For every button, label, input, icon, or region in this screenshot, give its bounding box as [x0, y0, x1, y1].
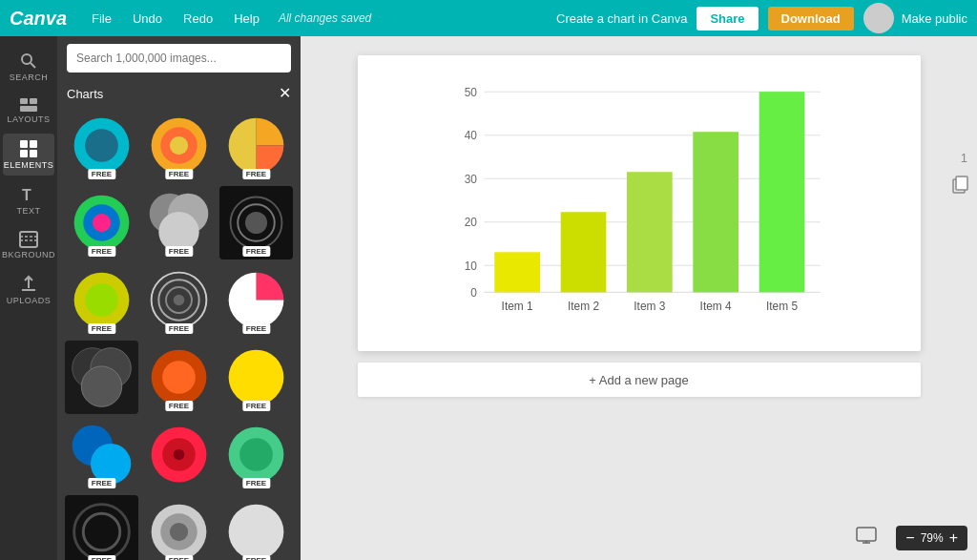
svg-point-14 [85, 129, 118, 162]
monitor-icon[interactable] [856, 527, 877, 549]
chart-thumbnail-5[interactable]: FREE [142, 186, 216, 259]
x-label-1: Item 1 [501, 300, 532, 313]
svg-point-43 [174, 449, 185, 461]
svg-point-50 [170, 523, 188, 541]
file-menu[interactable]: File [86, 10, 117, 28]
chart-thumbnail-18[interactable]: FREE [219, 495, 293, 560]
svg-text:10: 10 [464, 259, 477, 273]
chart-thumbnail-4[interactable]: FREE [65, 186, 138, 259]
chart-thumbnail-13[interactable]: FREE [65, 418, 138, 491]
make-public-button[interactable]: Make public [902, 11, 967, 26]
free-badge: FREE [165, 246, 193, 257]
svg-text:40: 40 [464, 129, 477, 142]
free-badge: FREE [242, 246, 270, 257]
svg-point-0 [22, 54, 31, 64]
bar-item3 [627, 172, 673, 292]
zoom-controls: − 79% + [896, 526, 967, 550]
x-label-2: Item 2 [567, 300, 598, 313]
sidebar-item-uploads[interactable]: UPLOADS [3, 269, 54, 311]
svg-text:50: 50 [464, 86, 477, 99]
make-public-area: Make public [863, 3, 967, 33]
chart-thumbnail-10[interactable] [65, 341, 138, 414]
share-button[interactable]: Share [696, 7, 758, 31]
icon-sidebar: SEARCH LAYOUTS ELEMENTS T TEXT [0, 36, 57, 560]
chart-thumbnail-7[interactable]: FREE [65, 263, 138, 337]
bar-item5 [759, 92, 804, 292]
sidebar-item-text[interactable]: T TEXT [3, 179, 54, 221]
chart-thumbnail-3[interactable]: FREE [219, 109, 293, 182]
canva-logo: Canva [10, 8, 67, 30]
free-badge: FREE [242, 478, 270, 488]
free-badge: FREE [242, 555, 270, 560]
sidebar-item-search[interactable]: SEARCH [3, 46, 54, 88]
svg-line-1 [31, 63, 35, 68]
download-button[interactable]: Download [768, 7, 854, 31]
canvas-area[interactable]: 50 40 30 20 10 0 [301, 36, 977, 560]
main-layout: SEARCH LAYOUTS ELEMENTS T TEXT [0, 36, 977, 560]
chart-thumbnail-11[interactable]: FREE [142, 341, 216, 414]
chart-thumbnail-1[interactable]: FREE [65, 109, 138, 182]
svg-point-26 [245, 212, 267, 234]
saved-status: All changes saved [279, 11, 371, 25]
svg-point-37 [162, 361, 196, 394]
add-page-bar[interactable]: + Add a new page [358, 363, 921, 397]
svg-rect-70 [857, 528, 876, 541]
make-public-toggle[interactable] [863, 3, 894, 33]
free-badge: FREE [88, 169, 115, 179]
redo-button[interactable]: Redo [177, 10, 218, 28]
free-badge: FREE [88, 478, 115, 488]
svg-text:0: 0 [470, 286, 477, 300]
free-badge: FREE [242, 323, 270, 334]
charts-header: Charts ✕ [61, 82, 297, 105]
chart-thumbnail-9[interactable]: FREE [219, 263, 293, 337]
x-label-3: Item 3 [634, 300, 665, 313]
chart-thumbnail-12[interactable]: FREE [219, 341, 293, 414]
bar-chart-svg: 50 40 30 20 10 0 [425, 77, 854, 325]
chart-thumbnail-17[interactable]: FREE [142, 495, 216, 560]
chart-thumbnail-grid: FREE FREE FREE [61, 105, 297, 560]
zoom-in-button[interactable]: + [947, 529, 960, 547]
free-badge: FREE [165, 401, 193, 411]
chart-thumbnail-6[interactable]: FREE [219, 186, 293, 259]
charts-panel: Charts ✕ FREE FREE [57, 78, 301, 560]
chart-thumbnail-2[interactable]: FREE [142, 109, 216, 182]
bar-chart-container[interactable]: 50 40 30 20 10 0 [425, 77, 854, 329]
help-menu[interactable]: Help [228, 10, 265, 28]
svg-rect-3 [30, 98, 37, 104]
svg-point-45 [239, 438, 273, 471]
chart-thumbnail-15[interactable]: FREE [219, 418, 293, 491]
bar-item2 [560, 212, 606, 292]
free-badge: FREE [88, 323, 115, 334]
elements-panel: Charts ✕ FREE FREE [57, 36, 301, 560]
chart-thumbnail-8[interactable]: FREE [142, 263, 216, 337]
zoom-level: 79% [921, 531, 944, 545]
zoom-out-button[interactable]: − [904, 529, 916, 547]
free-badge: FREE [88, 246, 115, 257]
svg-rect-5 [20, 140, 28, 148]
bar-item1 [494, 252, 540, 292]
svg-rect-10 [20, 232, 37, 247]
sidebar-item-layouts[interactable]: LAYOUTS [3, 92, 54, 130]
sidebar-item-elements[interactable]: ELEMENTS [3, 134, 54, 176]
chart-thumbnail-16[interactable]: FREE [65, 495, 138, 560]
page-number: 1 [961, 151, 967, 165]
sidebar-item-background[interactable]: BKGROUND [3, 225, 54, 265]
search-input[interactable] [67, 44, 291, 73]
svg-point-51 [229, 505, 284, 560]
add-page-label: + Add a new page [589, 373, 688, 387]
search-bar-wrap [57, 36, 301, 78]
svg-point-35 [81, 366, 121, 406]
charts-title: Charts [67, 87, 103, 101]
close-charts-button[interactable]: ✕ [279, 86, 291, 101]
free-badge: FREE [242, 169, 270, 179]
chart-thumbnail-14[interactable] [142, 418, 216, 491]
page-canvas[interactable]: 50 40 30 20 10 0 [358, 55, 921, 351]
x-label-5: Item 5 [765, 300, 797, 313]
undo-button[interactable]: Undo [127, 10, 168, 28]
free-badge: FREE [165, 555, 193, 560]
bar-item4 [693, 132, 738, 292]
svg-text:30: 30 [464, 173, 477, 186]
svg-rect-4 [20, 106, 37, 112]
svg-rect-2 [20, 98, 28, 104]
page-copy-icon[interactable] [950, 175, 969, 197]
